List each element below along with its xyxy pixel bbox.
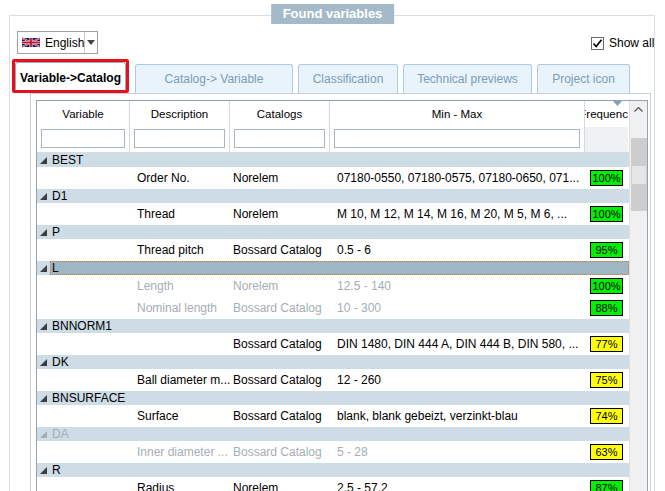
column-header-min-max[interactable]: Min - Max	[330, 101, 585, 127]
column-header-variable[interactable]: Variable	[37, 101, 130, 127]
show-all-label: Show all	[609, 36, 654, 50]
group-row-l[interactable]: L	[37, 261, 629, 275]
table-row[interactable]: Thread pitchBossard Catalog0.5 - 695%	[37, 239, 629, 261]
cell-catalogs: Bossard Catalog	[230, 297, 330, 319]
cell-minmax: 0.5 - 6	[330, 239, 585, 261]
table-row[interactable]: ThreadNorelemM 10, M 12, M 14, M 16, M 2…	[37, 203, 629, 225]
tab-project-icon[interactable]: Project icon	[537, 64, 630, 93]
frequency-badge: 100%	[590, 278, 623, 294]
cell-description: Inner diameter ...	[130, 441, 230, 463]
expander-icon[interactable]	[40, 431, 47, 438]
table-row[interactable]: Bossard CatalogDIN 1480, DIN 444 A, DIN …	[37, 333, 629, 355]
table-body-area: VariableDescriptionCatalogsMin - MaxFreq…	[37, 101, 629, 491]
column-header-frequency[interactable]: Frequency	[585, 101, 628, 127]
cell-catalogs: Norelem	[230, 275, 330, 297]
vertical-scrollbar[interactable]	[629, 101, 647, 491]
cell-description: Length	[130, 275, 230, 297]
group-label-wrap: DA	[50, 427, 629, 441]
filter-arrow-icon[interactable]	[613, 101, 622, 106]
table-row[interactable]: Nominal lengthBossard Catalog10 - 30088%	[37, 297, 629, 319]
table-row[interactable]: Inner diameter ...Bossard Catalog5 - 286…	[37, 441, 629, 463]
cell-minmax: 10 - 300	[330, 297, 585, 319]
expander-icon[interactable]	[40, 157, 47, 164]
column-header-catalogs[interactable]: Catalogs	[230, 101, 330, 127]
filter-input-min-max[interactable]	[334, 129, 580, 148]
cell-catalogs: Bossard Catalog	[230, 441, 330, 463]
expander-icon[interactable]	[40, 359, 47, 366]
filter-input-variable[interactable]	[41, 129, 125, 148]
group-row-best[interactable]: BEST	[37, 153, 629, 167]
table-row[interactable]: Order No.Norelem07180-0550, 07180-0575, …	[37, 167, 629, 189]
cell-frequency: 75%	[585, 369, 628, 391]
group-label-wrap: BNNORM1	[50, 319, 629, 333]
cell-catalogs: Bossard Catalog	[230, 333, 330, 355]
expander-icon[interactable]	[40, 229, 47, 236]
expander-icon[interactable]	[40, 323, 47, 330]
cell-description: Surface	[130, 405, 230, 427]
column-header-description[interactable]: Description	[130, 101, 230, 127]
tab-classification[interactable]: Classification	[298, 64, 398, 93]
tab-technical-previews[interactable]: Technical previews	[403, 64, 532, 93]
cell-description: Nominal length	[130, 297, 230, 319]
show-all-checkbox[interactable]	[591, 37, 604, 50]
cell-frequency: 100%	[585, 167, 628, 189]
group-row-da[interactable]: DA	[37, 427, 629, 441]
language-select[interactable]: English	[17, 31, 98, 54]
scrollbar-thumb-gripper	[632, 166, 646, 184]
group-row-bnnorm1[interactable]: BNNORM1	[37, 319, 629, 333]
tab-label: Project icon	[552, 72, 615, 86]
group-label: DA	[50, 428, 69, 441]
table-row[interactable]: Ball diameter m...Bossard Catalog12 - 26…	[37, 369, 629, 391]
group-label-wrap: R	[50, 463, 629, 477]
group-row-bnsurface[interactable]: BNSURFACE	[37, 391, 629, 405]
variables-table: VariableDescriptionCatalogsMin - MaxFreq…	[36, 100, 648, 491]
frequency-badge: 100%	[590, 206, 623, 222]
group-label: R	[50, 464, 61, 477]
group-row-dk[interactable]: DK	[37, 355, 629, 369]
group-row-r[interactable]: R	[37, 463, 629, 477]
expander-icon[interactable]	[40, 467, 47, 474]
cell-minmax: M 10, M 12, M 14, M 16, M 20, M 5, M 6, …	[330, 203, 585, 225]
table-row[interactable]: LengthNorelem12.5 - 140100%	[37, 275, 629, 297]
cell-description: Thread pitch	[130, 239, 230, 261]
table-row[interactable]: SurfaceBossard Catalogblank, blank gebei…	[37, 405, 629, 427]
chevron-up-icon	[634, 107, 643, 112]
filter-input-description[interactable]	[134, 129, 225, 148]
filter-cell-description	[130, 127, 230, 152]
filter-input-catalogs[interactable]	[234, 129, 325, 148]
expander-icon[interactable]	[40, 395, 47, 402]
table-row[interactable]: RadiusNorelem2.5 - 57.287%	[37, 477, 629, 491]
frequency-badge: 74%	[590, 408, 623, 424]
scroll-up-button[interactable]	[630, 101, 647, 118]
group-label-wrap: BNSURFACE	[50, 391, 629, 405]
cell-frequency: 74%	[585, 405, 628, 427]
tab-label: Catalog-> Variable	[165, 72, 264, 86]
group-label-wrap: L	[50, 261, 629, 275]
group-label: P	[50, 226, 60, 239]
cell-frequency: 87%	[585, 477, 628, 491]
uk-flag-icon	[22, 37, 40, 48]
column-header-label: Variable	[62, 108, 103, 120]
group-label: DK	[50, 356, 69, 369]
filter-cell-variable	[37, 127, 130, 152]
cell-catalogs: Norelem	[230, 203, 330, 225]
scrollbar-thumb[interactable]	[631, 138, 647, 211]
expander-icon[interactable]	[40, 265, 47, 272]
filter-cell-frequency	[585, 127, 628, 152]
group-label: L	[50, 262, 59, 275]
cell-variable	[37, 203, 130, 225]
tab-catalog-variable[interactable]: Catalog-> Variable	[135, 64, 293, 93]
table-filter-row	[37, 127, 629, 153]
frequency-badge: 77%	[590, 336, 623, 352]
tab-variable-catalog[interactable]: Variable->Catalog	[15, 62, 126, 93]
cell-variable	[37, 369, 130, 391]
cell-variable	[37, 405, 130, 427]
cell-minmax: 2.5 - 57.2	[330, 477, 585, 491]
filter-cell-min-max	[330, 127, 585, 152]
dropdown-arrow-icon[interactable]	[85, 40, 97, 45]
cell-variable	[37, 239, 130, 261]
group-row-d1[interactable]: D1	[37, 189, 629, 203]
cell-catalogs: Norelem	[230, 167, 330, 189]
group-row-p[interactable]: P	[37, 225, 629, 239]
expander-icon[interactable]	[40, 193, 47, 200]
